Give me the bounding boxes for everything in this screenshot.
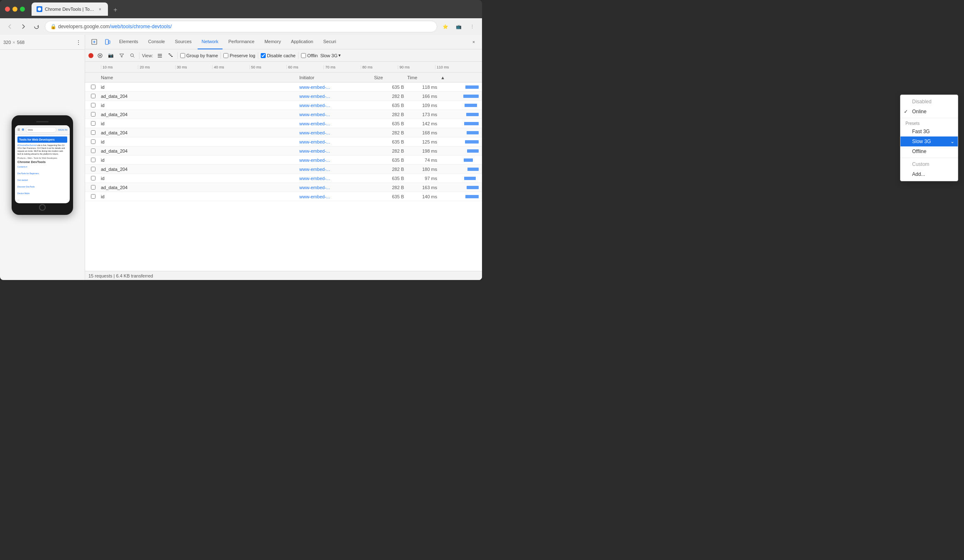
row-checkbox[interactable]	[91, 85, 95, 89]
row-checkbox[interactable]	[91, 130, 95, 135]
devtools-tabs-bar: Elements Console Sources Network Perform…	[85, 35, 482, 49]
row-checkbox[interactable]	[91, 121, 95, 126]
col-name[interactable]: Name	[99, 75, 298, 80]
record-button[interactable]	[88, 53, 93, 58]
clear-button[interactable]	[96, 51, 104, 60]
row-checkbox[interactable]	[91, 185, 95, 190]
row-checkbox[interactable]	[91, 94, 95, 98]
browser-window: Chrome DevTools | Tools for W × + 🔒 deve…	[0, 0, 482, 280]
svg-rect-9	[169, 54, 170, 54]
tab-close-button[interactable]: ×	[97, 6, 103, 12]
toolbar-icons: ⭐ 📺 ⋮	[440, 22, 477, 32]
row-checkbox[interactable]	[91, 176, 95, 180]
offline-label[interactable]: Offlin	[301, 53, 318, 58]
waterfall-bar	[467, 149, 479, 153]
col-initiator[interactable]: Initiator	[298, 75, 372, 80]
throttle-select[interactable]: Slow 3G ▾	[320, 53, 341, 58]
tab-elements[interactable]: Elements	[115, 35, 142, 49]
row-checkbox[interactable]	[91, 112, 95, 117]
search-button[interactable]	[128, 51, 137, 60]
table-row[interactable]: ad_data_204 www-embed-... 282 B 168 ms	[85, 128, 482, 137]
table-header: Name Initiator Size Time ▲	[85, 73, 482, 83]
waterfall-bar	[465, 85, 479, 89]
table-row[interactable]: id www-embed-... 635 B 97 ms	[85, 174, 482, 183]
waterfall-bar	[467, 131, 479, 134]
svg-point-0	[38, 7, 41, 11]
address-input[interactable]: 🔒 developers.google.com /web/tools/chrom…	[45, 21, 437, 32]
maximize-button[interactable]	[20, 7, 25, 12]
refresh-button[interactable]	[32, 22, 42, 32]
offline-checkbox[interactable]	[301, 53, 306, 58]
active-tab[interactable]: Chrome DevTools | Tools for W ×	[32, 2, 108, 16]
row-checkbox[interactable]	[91, 167, 95, 171]
separator	[177, 52, 178, 59]
col-time[interactable]: Time	[406, 75, 439, 80]
tab-network[interactable]: Network	[198, 35, 223, 49]
view-list-button[interactable]	[156, 51, 164, 60]
camera-button[interactable]: 📷	[107, 51, 115, 60]
forward-button[interactable]	[18, 22, 28, 32]
table-row[interactable]: ad_data_204 www-embed-... 282 B 173 ms	[85, 110, 482, 119]
table-row[interactable]: id www-embed-... 635 B 125 ms	[85, 137, 482, 146]
filter-button[interactable]	[117, 51, 126, 60]
svg-rect-2	[105, 39, 108, 44]
table-row[interactable]: ad_data_204 www-embed-... 282 B 163 ms	[85, 183, 482, 192]
view-waterfall-button[interactable]	[166, 51, 175, 60]
row-checkbox[interactable]	[91, 149, 95, 153]
minimize-button[interactable]	[12, 7, 17, 12]
new-tab-button[interactable]: +	[110, 4, 121, 16]
cast-icon[interactable]: 📺	[454, 22, 464, 32]
phone-home-button[interactable]	[39, 204, 46, 211]
waterfall-bar	[464, 158, 473, 162]
close-button[interactable]	[5, 7, 10, 12]
devtools-close-button[interactable]: ×	[469, 37, 479, 47]
row-checkbox[interactable]	[91, 158, 95, 162]
table-row[interactable]: id www-embed-... 635 B 118 ms	[85, 83, 482, 92]
device-toolbar: 320 × 568 ⋮	[0, 35, 85, 50]
table-row[interactable]: ad_data_204 www-embed-... 282 B 166 ms	[85, 92, 482, 101]
back-button[interactable]	[5, 22, 15, 32]
device-height: 568	[17, 40, 24, 45]
phone-breadcrumb: Products › Web › Tools for Web Developer…	[17, 157, 67, 159]
tab-sources[interactable]: Sources	[171, 35, 196, 49]
group-by-frame-label[interactable]: Group by frame	[180, 53, 218, 58]
bookmark-icon[interactable]: ⭐	[440, 22, 450, 32]
tab-application[interactable]: Application	[287, 35, 318, 49]
device-mode-button[interactable]	[102, 36, 113, 48]
svg-rect-6	[158, 54, 162, 55]
cell-initiator: www-embed-...	[298, 130, 372, 135]
row-checkbox[interactable]	[91, 139, 95, 144]
tab-security[interactable]: Securi	[319, 35, 340, 49]
inspect-element-button[interactable]	[88, 36, 100, 48]
table-row[interactable]: ad_data_204 www-embed-... 282 B 180 ms	[85, 165, 482, 174]
device-more-button[interactable]: ⋮	[76, 39, 81, 46]
col-size[interactable]: Size	[372, 75, 406, 80]
disable-cache-checkbox[interactable]	[261, 53, 266, 58]
table-row[interactable]: ad_data_204 www-embed-... 282 B 198 ms	[85, 146, 482, 156]
table-row[interactable]: id www-embed-... 635 B 109 ms	[85, 101, 482, 110]
col-waterfall[interactable]: ▲	[439, 75, 480, 80]
tab-console[interactable]: Console	[144, 35, 169, 49]
cell-size: 282 B	[372, 167, 406, 172]
table-row[interactable]: id www-embed-... 635 B 140 ms	[85, 192, 482, 201]
phone-search-input[interactable]: Web	[26, 127, 56, 133]
preserve-log-label[interactable]: Preserve log	[223, 53, 255, 58]
group-by-frame-checkbox[interactable]	[180, 53, 185, 58]
preserve-log-checkbox[interactable]	[223, 53, 228, 58]
cell-initiator: www-embed-...	[298, 185, 372, 190]
cell-size: 635 B	[372, 103, 406, 108]
menu-icon[interactable]: ⋮	[467, 22, 477, 32]
tab-title: Chrome DevTools | Tools for W	[45, 7, 95, 12]
cell-initiator: www-embed-...	[298, 167, 372, 172]
device-width: 320	[3, 40, 11, 45]
tab-memory[interactable]: Memory	[260, 35, 285, 49]
row-checkbox[interactable]	[91, 194, 95, 199]
row-checkbox[interactable]	[91, 103, 95, 107]
table-row[interactable]: id www-embed-... 635 B 142 ms	[85, 119, 482, 128]
disable-cache-label[interactable]: Disable cache	[261, 53, 296, 58]
table-row[interactable]: id www-embed-... 635 B 74 ms	[85, 156, 482, 165]
tab-performance[interactable]: Performance	[224, 35, 259, 49]
waterfall-bar	[467, 168, 479, 171]
cell-waterfall	[439, 85, 480, 89]
cell-size: 282 B	[372, 130, 406, 135]
